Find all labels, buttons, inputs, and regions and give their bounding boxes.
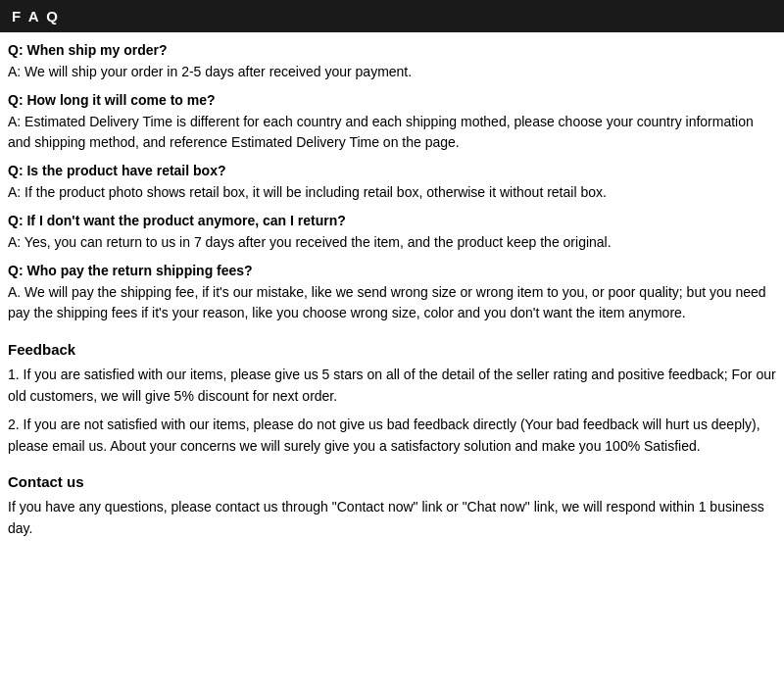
faq-item-4: Q: If I don't want the product anymore, … [8, 213, 776, 253]
answer-1: A: We will ship your order in 2-5 days a… [8, 62, 776, 82]
faq-item-5: Q: Who pay the return shipping fees? A. … [8, 263, 776, 323]
answer-4: A: Yes, you can return to us in 7 days a… [8, 232, 776, 253]
faq-title: F A Q [12, 8, 60, 24]
faq-item-2: Q: How long it will come to me? A: Estim… [8, 92, 776, 153]
answer-5: A. We will pay the shipping fee, if it's… [8, 282, 776, 323]
main-content: Q: When ship my order? A: We will ship y… [0, 42, 784, 539]
faq-item-3: Q: Is the product have retail box? A: If… [8, 163, 776, 203]
answer-3: A: If the product photo shows retail box… [8, 182, 776, 203]
contact-title: Contact us [8, 473, 776, 490]
question-4: Q: If I don't want the product anymore, … [8, 213, 776, 228]
question-3: Q: Is the product have retail box? [8, 163, 776, 178]
faq-item-1: Q: When ship my order? A: We will ship y… [8, 42, 776, 82]
question-2: Q: How long it will come to me? [8, 92, 776, 108]
feedback-section: Feedback 1. If you are satisfied with ou… [8, 341, 776, 458]
faq-header: F A Q [0, 0, 784, 32]
answer-2: A: Estimated Delivery Time is different … [8, 112, 776, 153]
question-5: Q: Who pay the return shipping fees? [8, 263, 776, 278]
feedback-point2: 2. If you are not satisfied with our ite… [8, 414, 776, 458]
question-1: Q: When ship my order? [8, 42, 776, 58]
feedback-point1: 1. If you are satisfied with our items, … [8, 364, 776, 408]
contact-text: If you have any questions, please contac… [8, 496, 776, 540]
feedback-title: Feedback [8, 341, 776, 358]
contact-section: Contact us If you have any questions, pl… [8, 473, 776, 540]
